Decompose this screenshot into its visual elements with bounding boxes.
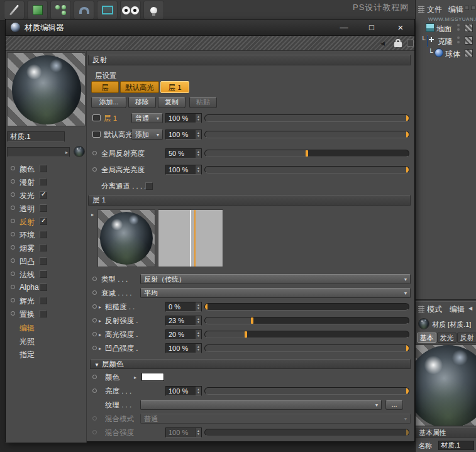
global-specular-slider[interactable] <box>204 166 409 174</box>
spinner-arrows-icon[interactable]: ▲▼ <box>195 114 201 123</box>
bump-strength-slider[interactable] <box>204 345 409 352</box>
bulb-tool-icon[interactable] <box>143 1 164 19</box>
window-grip-strip[interactable]: ◀ <box>6 36 414 51</box>
tab-reflectance[interactable]: 反射 <box>457 333 476 343</box>
brightness-spinner[interactable]: 100 %▲▼ <box>165 386 202 396</box>
channel-checkbox[interactable] <box>40 297 47 304</box>
reflection-strength-spinner[interactable]: 23 %▲▼ <box>165 316 202 326</box>
bump-strength-spinner[interactable]: 100 %▲▼ <box>165 343 202 353</box>
spinner-arrows-icon[interactable]: ▲▼ <box>195 387 201 395</box>
tab-luminance[interactable]: 发光 <box>437 333 457 343</box>
panel-splitter[interactable] <box>416 299 476 302</box>
channel-displacement[interactable]: 置换 <box>9 308 85 321</box>
plane-tool-icon[interactable] <box>97 1 118 19</box>
copy-layer-button[interactable]: 复制 <box>158 97 185 108</box>
magnet-tool-icon[interactable] <box>74 1 94 19</box>
eyes-tool-icon[interactable] <box>120 1 141 19</box>
reflection-strength-slider[interactable] <box>204 317 409 324</box>
anim-dot[interactable] <box>92 346 97 350</box>
visibility-dots[interactable] <box>457 36 460 45</box>
attenuation-dropdown[interactable]: 平均▼ <box>140 288 411 298</box>
channel-checkbox[interactable] <box>40 270 47 278</box>
channel-checkbox[interactable]: ✓ <box>40 191 47 199</box>
channel-checkbox[interactable] <box>40 231 47 238</box>
separate-passes-checkbox[interactable] <box>145 182 153 190</box>
anim-dot[interactable] <box>92 167 97 172</box>
collapse-left-icon[interactable]: ◀ <box>380 40 385 47</box>
global-reflection-spinner[interactable]: 50 %▲▼ <box>165 148 202 158</box>
panel-option-icon[interactable] <box>471 6 475 10</box>
object-row-sphere[interactable]: └ 球体 <box>416 48 476 59</box>
group-layer-color[interactable]: ▼层颜色 <box>90 359 411 369</box>
texture-tag-icon[interactable] <box>465 24 473 32</box>
channel-bump[interactable]: 凹凸 <box>9 255 85 268</box>
dock-icon[interactable] <box>407 40 414 47</box>
close-button[interactable]: × <box>387 19 414 36</box>
object-row-floor[interactable]: 地面 <box>416 23 476 34</box>
preview-expander-icon[interactable]: ▸ <box>91 212 94 218</box>
param-expander-icon[interactable]: ▸ <box>99 346 101 351</box>
minimize-button[interactable]: — <box>331 19 357 36</box>
spinner-arrows-icon[interactable]: ▲▼ <box>195 149 201 158</box>
layer-visibility-icon[interactable] <box>92 114 101 121</box>
tab-default-specular[interactable]: 默认高光 <box>120 81 159 93</box>
add-layer-button[interactable]: 添加... <box>91 97 126 108</box>
channel-color[interactable]: 颜色 <box>9 163 85 175</box>
material-name-field[interactable]: 材质.1 <box>7 131 65 142</box>
default-specular-name[interactable]: 默认高光 <box>104 130 133 140</box>
menu-edit[interactable]: 编辑 <box>448 4 463 15</box>
global-reflection-slider[interactable] <box>204 150 409 157</box>
channel-reflectance[interactable]: 反射✓ <box>9 216 85 228</box>
material-thumbnail[interactable] <box>418 318 429 329</box>
material-large-preview[interactable] <box>416 345 476 426</box>
window-titlebar[interactable]: 材质编辑器 — □ × <box>6 19 414 36</box>
roughness-spinner[interactable]: 0 %▲▼ <box>165 302 202 312</box>
anim-dot[interactable] <box>92 151 97 155</box>
specular-blend-dropdown[interactable]: 添加▼ <box>131 130 163 140</box>
spinner-arrows-icon[interactable]: ▲▼ <box>195 302 201 311</box>
specular-opacity-spinner[interactable]: 100 %▲▼ <box>165 130 202 140</box>
brightness-slider[interactable] <box>204 387 409 395</box>
panel-grip-icon[interactable] <box>418 306 424 313</box>
channel-normal[interactable]: 法线 <box>9 268 85 281</box>
param-expander-icon[interactable]: ▸ <box>99 304 101 310</box>
material-preview[interactable] <box>7 52 86 126</box>
layer-preview[interactable] <box>97 209 155 267</box>
section-basic-properties[interactable]: 基本属性 <box>416 427 476 438</box>
anim-dot[interactable] <box>92 277 97 281</box>
knife-tool-icon[interactable] <box>4 1 25 19</box>
array-tool-icon[interactable] <box>50 1 71 19</box>
type-dropdown[interactable]: 反射（传统）▼ <box>140 274 411 284</box>
visibility-dots[interactable] <box>457 24 460 33</box>
anim-dot[interactable] <box>92 332 97 336</box>
page-illumination[interactable]: 光照 <box>9 335 85 348</box>
specular-strength-slider[interactable] <box>204 331 409 338</box>
menu-edit[interactable]: 编辑 <box>450 304 465 315</box>
object-row-cloner[interactable]: └ 克隆 <box>416 35 476 47</box>
texture-tag-icon[interactable] <box>465 36 473 45</box>
channel-alpha[interactable]: Alpha <box>9 282 85 294</box>
channel-diffusion[interactable]: 漫射 <box>9 176 85 189</box>
anim-dot[interactable] <box>92 389 97 393</box>
layer1-name[interactable]: 层 1 <box>104 114 117 123</box>
channel-checkbox[interactable]: ✓ <box>40 218 47 225</box>
layer1-opacity-slider[interactable] <box>204 114 409 122</box>
spinner-arrows-icon[interactable]: ▲▼ <box>195 330 201 339</box>
channel-checkbox[interactable] <box>40 178 47 185</box>
spinner-arrows-icon[interactable]: ▲▼ <box>195 316 201 325</box>
anim-dot[interactable] <box>92 304 97 309</box>
anim-dot[interactable] <box>92 375 97 379</box>
lock-icon[interactable] <box>394 39 402 47</box>
layer-visibility-icon[interactable] <box>92 131 101 138</box>
texture-dropdown[interactable]: ▼ <box>140 400 382 410</box>
channel-checkbox[interactable] <box>40 257 47 265</box>
menu-file[interactable]: 文件 <box>427 4 442 15</box>
texture-tag-icon[interactable] <box>465 49 473 57</box>
preview-shape-button[interactable] <box>74 146 85 157</box>
channel-checkbox[interactable] <box>40 165 47 172</box>
page-edit[interactable]: 编辑 <box>9 322 85 334</box>
tab-basic[interactable]: 基本 <box>417 333 436 343</box>
global-specular-spinner[interactable]: 100 %▲▼ <box>165 165 202 175</box>
panel-grip-icon[interactable] <box>418 6 424 13</box>
material-name-input[interactable]: 材质.1 <box>438 441 474 450</box>
